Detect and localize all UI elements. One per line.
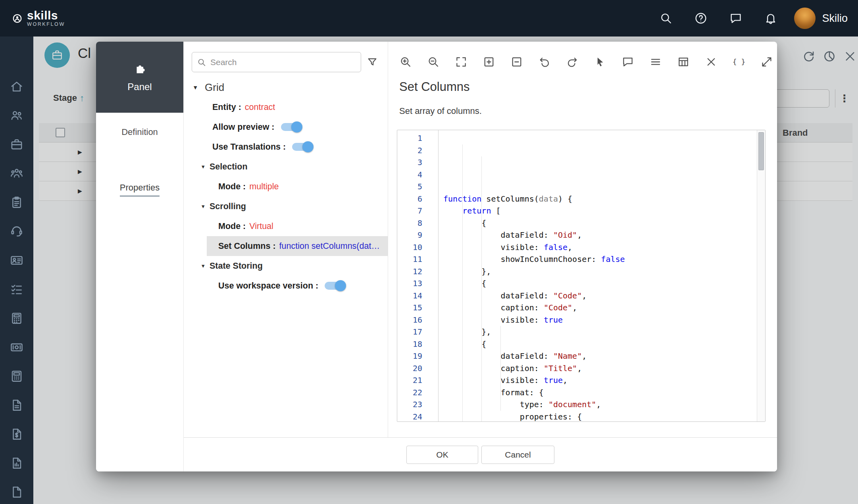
panel-settings-dialog: Panel DefinitionProperties ▾ Grid Entity… xyxy=(96,42,777,471)
sidebar-nav xyxy=(0,37,33,504)
sidebar-item-report-icon[interactable] xyxy=(10,456,24,470)
panel-tabs: DefinitionProperties xyxy=(96,118,183,204)
sidebar-item-document-icon[interactable] xyxy=(10,398,24,412)
sidebar-item-groups-icon[interactable] xyxy=(10,166,24,181)
tree-item-set-columns[interactable]: Set Columns :function setColumns(dat… xyxy=(207,236,388,256)
line-number: 9 xyxy=(397,229,422,241)
clear-icon[interactable] xyxy=(704,55,718,69)
sidebar-item-people-icon[interactable] xyxy=(10,108,24,123)
sidebar-item-file-icon[interactable] xyxy=(10,485,24,499)
sidebar-item-terminal-icon[interactable] xyxy=(10,369,24,383)
sidebar-item-idcard-icon[interactable] xyxy=(10,253,24,267)
editor-toolbar: { } xyxy=(398,55,777,69)
tree-root-label: Grid xyxy=(205,81,224,94)
tree-item-allow-preview[interactable]: Allow preview : xyxy=(184,117,388,137)
line-number: 22 xyxy=(397,387,422,399)
sidebar-item-briefcase-icon[interactable] xyxy=(10,137,24,152)
help-icon[interactable] xyxy=(694,12,708,25)
code-content[interactable]: function setColumns(data) { return [ { d… xyxy=(439,130,765,421)
tree-search[interactable] xyxy=(192,52,361,72)
line-number: 6 xyxy=(397,193,422,205)
logo-title: skills xyxy=(27,10,65,21)
tree-group-selection[interactable]: ▾Selection xyxy=(184,157,388,177)
add-box-icon[interactable] xyxy=(482,55,496,69)
collapse-arrow-icon[interactable]: ▾ xyxy=(202,262,210,269)
line-number: 15 xyxy=(397,302,422,314)
tree-group-scrolling[interactable]: ▾Scrolling xyxy=(184,196,388,216)
tab-label: Properties xyxy=(120,183,160,196)
cancel-button[interactable]: Cancel xyxy=(481,446,554,464)
editor-title: Set Columns xyxy=(399,80,777,94)
tree-search-row xyxy=(192,52,382,72)
list-icon[interactable] xyxy=(648,55,663,69)
tree-item-value: function setColumns(dat… xyxy=(279,241,380,251)
braces-icon[interactable]: { } xyxy=(732,55,746,69)
expand-icon[interactable] xyxy=(760,55,774,69)
toggle-knob xyxy=(335,280,346,291)
sidebar-item-billing-icon[interactable] xyxy=(10,340,24,354)
filter-button[interactable] xyxy=(363,53,382,72)
code-line: dataField: "Name", xyxy=(443,350,756,362)
line-number: 20 xyxy=(397,362,422,375)
user-name[interactable]: Skilio xyxy=(822,12,848,25)
toggle-allow-preview[interactable] xyxy=(281,123,301,131)
notifications-icon[interactable] xyxy=(764,12,777,25)
dialog-footer: OK Cancel xyxy=(184,437,777,471)
collapse-arrow-icon[interactable]: ▾ xyxy=(194,83,202,92)
line-number: 14 xyxy=(397,290,422,302)
remove-box-icon[interactable] xyxy=(510,55,524,69)
toggle-knob xyxy=(302,141,314,152)
tree-search-input[interactable] xyxy=(210,58,356,67)
tab-properties[interactable]: Properties xyxy=(96,175,183,204)
tree-item-value: contract xyxy=(245,102,275,112)
comment-icon[interactable] xyxy=(621,55,635,69)
search-icon xyxy=(197,58,206,67)
user-avatar[interactable] xyxy=(794,8,816,29)
pointer-icon[interactable] xyxy=(593,55,607,69)
line-number: 18 xyxy=(397,338,422,350)
sidebar-item-agent-icon[interactable] xyxy=(10,224,24,239)
toggle-use-translations[interactable] xyxy=(292,143,312,151)
puzzle-icon xyxy=(133,62,147,76)
redo-icon[interactable] xyxy=(565,55,579,69)
editor-scrollbar[interactable] xyxy=(757,130,765,421)
svg-text:{ }: { } xyxy=(733,58,745,66)
sidebar-item-calculator-icon[interactable] xyxy=(10,311,24,325)
panel-title: Panel xyxy=(127,81,152,92)
tree-item-label: Use Translations : xyxy=(212,142,286,152)
sidebar-item-checklist-icon[interactable] xyxy=(10,282,24,296)
sidebar-item-clipboard-icon[interactable] xyxy=(10,195,24,210)
tree-item-label: Entity : xyxy=(212,102,241,112)
logo-text: skills WORKFLOW xyxy=(27,10,65,27)
line-number: 13 xyxy=(397,277,422,290)
chat-icon[interactable] xyxy=(729,12,743,25)
tree-item-mode[interactable]: Mode :multiple xyxy=(184,177,388,196)
zoom-out-icon[interactable] xyxy=(426,55,441,69)
toggle-use-workspace-version[interactable] xyxy=(325,282,344,290)
search-icon[interactable] xyxy=(659,12,673,25)
zoom-in-icon[interactable] xyxy=(398,55,413,69)
code-editor[interactable]: 123456789101112131415161718192021222324 … xyxy=(397,130,766,422)
undo-icon[interactable] xyxy=(537,55,552,69)
collapse-arrow-icon[interactable]: ▾ xyxy=(202,163,210,170)
line-number: 1 xyxy=(397,132,422,144)
editor-subtitle: Set array of columns. xyxy=(399,106,777,116)
tree-item-label: Selection xyxy=(210,162,248,172)
table-icon[interactable] xyxy=(676,55,691,69)
collapse-arrow-icon[interactable]: ▾ xyxy=(202,203,210,210)
app-logo[interactable]: skills WORKFLOW xyxy=(12,10,65,27)
sidebar-item-invoice-icon[interactable] xyxy=(10,427,24,441)
scrollbar-thumb[interactable] xyxy=(758,132,764,170)
tree-group-state-storing[interactable]: ▾State Storing xyxy=(184,256,388,276)
sidebar-item-home-icon[interactable] xyxy=(10,79,24,94)
tree-item-use-workspace-version[interactable]: Use workspace version : xyxy=(184,276,388,296)
tree-item-mode[interactable]: Mode :Virtual xyxy=(184,216,388,236)
screen: skills WORKFLOW Skilio Cl Stage ↑ ⋮ Bran… xyxy=(0,0,858,504)
tree-item-label: Mode : xyxy=(218,182,246,192)
tree-item-entity[interactable]: Entity :contract xyxy=(184,97,388,117)
ok-button[interactable]: OK xyxy=(406,446,478,464)
tab-definition[interactable]: Definition xyxy=(96,118,183,146)
fit-screen-icon[interactable] xyxy=(454,55,468,69)
tree-item-use-translations[interactable]: Use Translations : xyxy=(184,137,388,157)
tree-root-grid[interactable]: ▾ Grid xyxy=(184,77,388,97)
